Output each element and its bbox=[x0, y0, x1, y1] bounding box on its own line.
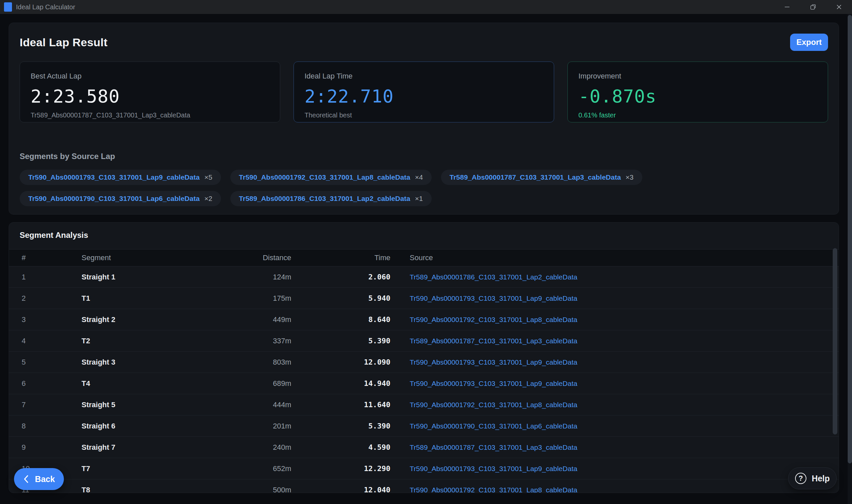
help-button[interactable]: ? Help bbox=[788, 467, 837, 489]
cell-distance: 803m bbox=[228, 358, 291, 366]
cell-row-number: 5 bbox=[22, 358, 82, 366]
cell-segment-name: T8 bbox=[82, 486, 228, 493]
segment-analysis-card: Segment Analysis # Segment Distance Time… bbox=[8, 222, 839, 493]
cell-source-link[interactable]: Tr590_Abs00001793_C103_317001_Lap9_cable… bbox=[390, 380, 819, 388]
source-lap-chip: Tr590_Abs00001790_C103_317001_Lap6_cable… bbox=[20, 191, 221, 206]
close-icon bbox=[835, 3, 843, 11]
stat-label: Improvement bbox=[579, 72, 817, 80]
cell-time: 5.390 bbox=[291, 422, 390, 430]
cell-segment-name: Straight 3 bbox=[82, 358, 228, 366]
cell-distance: 689m bbox=[228, 379, 291, 388]
column-header-segment: Segment bbox=[82, 253, 228, 262]
cell-segment-name: Straight 5 bbox=[82, 400, 228, 409]
table-row: 9 Straight 7 240m 4.590 Tr589_Abs0000178… bbox=[9, 437, 839, 458]
cell-segment-name: T7 bbox=[82, 464, 228, 473]
cell-time: 2.060 bbox=[291, 273, 390, 281]
cell-distance: 124m bbox=[228, 273, 291, 282]
question-mark-icon: ? bbox=[795, 473, 806, 484]
help-button-label: Help bbox=[812, 474, 830, 483]
cell-source-link[interactable]: Tr590_Abs00001793_C103_317001_Lap9_cable… bbox=[390, 294, 819, 302]
table-row: 11 T8 500m 12.040 Tr590_Abs00001792_C103… bbox=[9, 480, 839, 493]
cell-source-link[interactable]: Tr590_Abs00001790_C103_317001_Lap6_cable… bbox=[390, 422, 819, 430]
cell-time: 5.940 bbox=[291, 294, 390, 302]
source-lap-chips: Tr590_Abs00001793_C103_317001_Lap9_cable… bbox=[20, 170, 828, 206]
stat-sub: Tr589_Abs00001787_C103_317001_Lap3_cable… bbox=[31, 111, 269, 119]
cell-distance: 449m bbox=[228, 316, 291, 324]
cell-segment-name: T1 bbox=[82, 294, 228, 303]
cell-distance: 444m bbox=[228, 400, 291, 409]
cell-source-link[interactable]: Tr590_Abs00001793_C103_317001_Lap9_cable… bbox=[390, 358, 819, 366]
cell-distance: 240m bbox=[228, 443, 291, 452]
stat-cards: Best Actual Lap 2:23.580 Tr589_Abs000017… bbox=[20, 61, 828, 122]
cell-row-number: 6 bbox=[22, 379, 82, 388]
table-row: 10 T7 652m 12.290 Tr590_Abs00001793_C103… bbox=[9, 458, 839, 480]
titlebar: Ideal Lap Calculator bbox=[0, 0, 852, 14]
cell-row-number: 7 bbox=[22, 400, 82, 409]
chip-count-badge: ×4 bbox=[415, 173, 423, 181]
cell-source-link[interactable]: Tr589_Abs00001787_C103_317001_Lap3_cable… bbox=[390, 444, 819, 451]
cell-segment-name: T2 bbox=[82, 337, 228, 345]
cell-row-number: 3 bbox=[22, 316, 82, 324]
ideal-lap-result-card: Ideal Lap Result Export Best Actual Lap … bbox=[8, 23, 839, 215]
minimize-icon bbox=[783, 3, 791, 11]
cell-row-number: 9 bbox=[22, 443, 82, 452]
column-header-source: Source bbox=[390, 253, 819, 262]
cell-segment-name: Straight 2 bbox=[82, 316, 228, 324]
cell-source-link[interactable]: Tr590_Abs00001793_C103_317001_Lap9_cable… bbox=[390, 465, 819, 473]
stat-card-best-actual-lap: Best Actual Lap 2:23.580 Tr589_Abs000017… bbox=[20, 61, 280, 122]
window-controls bbox=[774, 0, 852, 14]
source-lap-chip: Tr589_Abs00001787_C103_317001_Lap3_cable… bbox=[441, 170, 642, 185]
stat-value: 2:23.580 bbox=[31, 86, 269, 107]
cell-time: 14.940 bbox=[291, 379, 390, 388]
cell-segment-name: Straight 6 bbox=[82, 422, 228, 431]
cell-segment-name: T4 bbox=[82, 379, 228, 388]
chip-lap-name: Tr590_Abs00001790_C103_317001_Lap6_cable… bbox=[28, 195, 200, 203]
close-button[interactable] bbox=[826, 0, 852, 14]
table-row: 6 T4 689m 14.940 Tr590_Abs00001793_C103_… bbox=[9, 373, 839, 394]
segments-by-source-lap-title: Segments by Source Lap bbox=[20, 152, 828, 161]
restore-button[interactable] bbox=[800, 0, 826, 14]
table-row: 2 T1 175m 5.940 Tr590_Abs00001793_C103_3… bbox=[9, 288, 839, 309]
stat-card-ideal-lap-time: Ideal Lap Time 2:22.710 Theoretical best bbox=[294, 61, 554, 122]
cell-source-link[interactable]: Tr589_Abs00001786_C103_317001_Lap2_cable… bbox=[390, 273, 819, 281]
restore-icon bbox=[810, 3, 817, 11]
cell-row-number: 2 bbox=[22, 294, 82, 303]
source-lap-chip: Tr589_Abs00001786_C103_317001_Lap2_cable… bbox=[230, 191, 432, 206]
segment-analysis-title: Segment Analysis bbox=[20, 231, 839, 240]
table-row: 4 T2 337m 5.390 Tr589_Abs00001787_C103_3… bbox=[9, 330, 839, 352]
chip-lap-name: Tr590_Abs00001793_C103_317001_Lap9_cable… bbox=[28, 173, 200, 181]
window-scrollbar-thumb[interactable] bbox=[848, 15, 852, 463]
stat-card-improvement: Improvement -0.870s 0.61% faster bbox=[567, 61, 828, 122]
cell-source-link[interactable]: Tr589_Abs00001787_C103_317001_Lap3_cable… bbox=[390, 337, 819, 345]
chip-count-badge: ×3 bbox=[626, 173, 634, 181]
cell-row-number: 4 bbox=[22, 337, 82, 345]
cell-distance: 500m bbox=[228, 486, 291, 493]
window-scrollbar-track[interactable] bbox=[848, 14, 852, 504]
cell-distance: 175m bbox=[228, 294, 291, 303]
cell-source-link[interactable]: Tr590_Abs00001792_C103_317001_Lap8_cable… bbox=[390, 316, 819, 324]
cell-segment-name: Straight 1 bbox=[82, 273, 228, 282]
column-header-time: Time bbox=[291, 253, 390, 262]
export-button[interactable]: Export bbox=[790, 34, 828, 51]
cell-distance: 201m bbox=[228, 422, 291, 431]
app-icon bbox=[4, 2, 12, 12]
cell-time: 12.040 bbox=[291, 486, 390, 493]
cell-source-link[interactable]: Tr590_Abs00001792_C103_317001_Lap8_cable… bbox=[390, 401, 819, 409]
column-header-distance: Distance bbox=[228, 253, 291, 262]
chip-lap-name: Tr589_Abs00001787_C103_317001_Lap3_cable… bbox=[450, 173, 621, 181]
source-lap-chip: Tr590_Abs00001792_C103_317001_Lap8_cable… bbox=[230, 170, 432, 185]
back-button-label: Back bbox=[35, 474, 55, 484]
stat-value: 2:22.710 bbox=[304, 86, 543, 107]
cell-distance: 337m bbox=[228, 337, 291, 345]
back-button[interactable]: Back bbox=[14, 468, 64, 490]
minimize-button[interactable] bbox=[774, 0, 800, 14]
chip-count-badge: ×2 bbox=[205, 195, 212, 203]
cell-time: 12.090 bbox=[291, 358, 390, 366]
table-row: 7 Straight 5 444m 11.640 Tr590_Abs000017… bbox=[9, 394, 839, 415]
table-body: 1 Straight 1 124m 2.060 Tr589_Abs0000178… bbox=[9, 267, 839, 493]
table-scrollbar-thumb[interactable] bbox=[833, 248, 837, 434]
cell-time: 4.590 bbox=[291, 443, 390, 451]
cell-source-link[interactable]: Tr590_Abs00001792_C103_317001_Lap8_cable… bbox=[390, 486, 819, 493]
window-title: Ideal Lap Calculator bbox=[16, 3, 75, 11]
source-lap-chip: Tr590_Abs00001793_C103_317001_Lap9_cable… bbox=[20, 170, 221, 185]
